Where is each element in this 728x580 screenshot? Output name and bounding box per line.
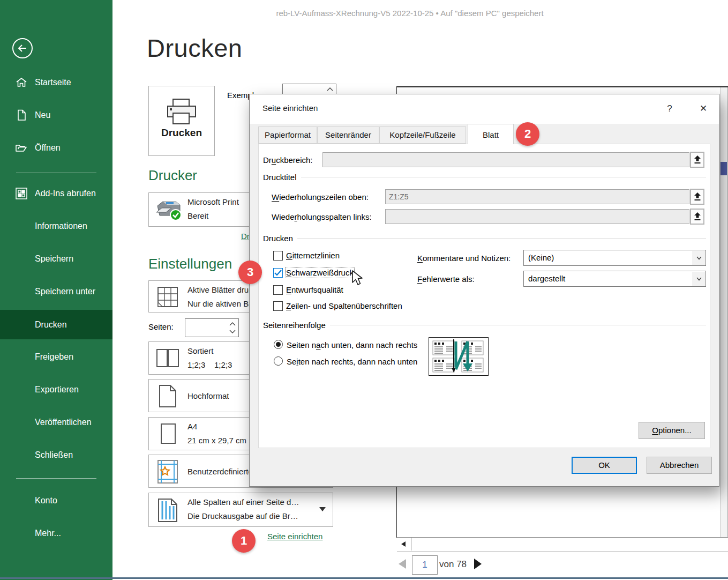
page-title: Drucken	[147, 33, 243, 63]
repeat-cols-field[interactable]	[385, 209, 689, 224]
sheet-grid-icon	[157, 287, 178, 307]
dialog-close-button[interactable]: ✕	[694, 100, 712, 118]
new-file-icon	[15, 109, 28, 122]
over-then-down-radio[interactable]	[274, 356, 283, 366]
down-then-over-radio[interactable]	[274, 340, 283, 349]
sidebar-item-label: Schließen	[35, 444, 73, 466]
preview-horizontal-scrollbar[interactable]	[397, 537, 728, 552]
sidebar-item-label: Freigeben	[35, 346, 73, 368]
a4-page-icon	[161, 423, 176, 444]
print-group: Drucken	[263, 234, 706, 243]
sidebar-item-label: Exportieren	[35, 379, 79, 400]
page-setup-dialog: Seite einrichten ? ✕ Papierformat Seiten…	[249, 94, 719, 487]
repeat-rows-field[interactable]: Z1:Z5	[385, 189, 689, 204]
repeat-cols-label: Wiederholungsspalten links:	[272, 212, 372, 221]
sidebar-item-exportieren[interactable]: Exportieren	[0, 379, 112, 400]
dialog-title: Seite einrichten	[262, 103, 318, 113]
black-and-white-checkbox-label[interactable]: Schwarzweißdruck	[286, 268, 354, 277]
tab-label: Papierformat	[265, 130, 311, 139]
repeat-rows-range-button[interactable]	[690, 189, 704, 205]
tab-kopfzeile-fusszeile[interactable]: Kopfzeile/Fußzeile	[379, 127, 466, 144]
collation-line2: 1;2;3 1;2;3	[187, 360, 232, 369]
cancel-button[interactable]: Abbrechen	[647, 457, 712, 474]
sidebar-item-veroeffentlichen[interactable]: Veröffentlichen	[0, 412, 112, 433]
combo-drop-button[interactable]	[693, 251, 705, 265]
settings-section-heading: Einstellungen	[148, 256, 232, 272]
options-button[interactable]: Optionen...	[639, 422, 705, 439]
sidebar-item-label: Konto	[35, 490, 57, 511]
comments-combobox[interactable]: (Keine)	[523, 250, 706, 266]
sidebar-item-informationen[interactable]: Informationen	[0, 215, 112, 237]
pager-previous-icon[interactable]	[398, 559, 407, 569]
tab-blatt[interactable]: Blatt	[468, 124, 514, 144]
sidebar-item-label: Öffnen	[35, 137, 61, 159]
chevron-up-icon	[229, 322, 236, 327]
print-button-label: Drucken	[149, 127, 214, 139]
dialog-help-button[interactable]: ?	[661, 100, 679, 118]
page-setup-link[interactable]: Seite einrichten	[267, 532, 322, 541]
scaling-selector[interactable]: Alle Spalten auf einer Seite d… Die Druc…	[148, 493, 333, 527]
preview-pane-border-top	[396, 86, 728, 87]
draft-quality-checkbox-label[interactable]: Entwurfsqualität	[286, 285, 343, 294]
page-order-preview-image	[429, 337, 489, 376]
collapse-dialog-icon	[694, 155, 701, 164]
print-area-field[interactable]	[322, 152, 689, 167]
sidebar-item-oeffnen[interactable]: Öffnen	[0, 137, 112, 159]
page-order-group: Seitenreihenfolge	[263, 321, 706, 330]
error-values-value: dargestellt	[528, 274, 565, 283]
sidebar-item-drucken[interactable]: Drucken	[0, 310, 112, 339]
print-button[interactable]: Drucken	[148, 86, 215, 156]
sidebar-divider	[16, 478, 96, 479]
print-titles-group: Drucktitel	[263, 173, 706, 182]
black-and-white-checkbox[interactable]	[273, 268, 283, 278]
scroll-left-button[interactable]	[397, 538, 411, 551]
sidebar-item-mehr[interactable]: Mehr...	[0, 523, 112, 544]
tab-papierformat[interactable]: Papierformat	[258, 127, 317, 144]
pages-from-spinner[interactable]	[185, 318, 239, 337]
sidebar-item-schliessen[interactable]: Schließen	[0, 444, 112, 466]
row-col-headings-checkbox[interactable]	[273, 301, 283, 311]
sidebar-item-neu[interactable]: Neu	[0, 105, 112, 126]
printer-status: Bereit	[187, 211, 208, 220]
scaling-line2: Die Druckausgabe auf die Br…	[187, 511, 298, 520]
over-then-down-radio-label[interactable]: Seiten nach rechts, dann nach unten	[287, 357, 417, 366]
sheet-tab-page: Druckbereich: Drucktitel Wiederholungsze…	[258, 144, 710, 448]
draft-quality-checkbox[interactable]	[273, 285, 283, 295]
tab-label: Kopfzeile/Fußzeile	[389, 130, 455, 139]
gridlines-checkbox-label[interactable]: Gitternetzlinien	[286, 251, 340, 260]
error-values-combobox[interactable]: dargestellt	[523, 271, 706, 287]
sidebar-item-speichern-unter[interactable]: Speichern unter	[0, 281, 112, 302]
gridlines-checkbox[interactable]	[273, 251, 283, 261]
paper-size-line2: 21 cm x 29,7 cm	[187, 436, 246, 445]
mouse-cursor-icon	[351, 270, 364, 286]
step-1-badge: 1	[232, 529, 256, 553]
ok-button[interactable]: OK	[572, 457, 637, 474]
row-col-headings-checkbox-label[interactable]: Zeilen- und Spaltenüberschriften	[286, 301, 402, 310]
arrow-left-icon	[16, 42, 29, 55]
orientation-label: Hochformat	[187, 380, 229, 412]
pager-next-icon[interactable]	[474, 559, 482, 569]
repeat-cols-range-button[interactable]	[690, 209, 704, 225]
collated-pages-icon	[156, 349, 179, 367]
custom-margins-icon	[157, 460, 178, 484]
sidebar-item-label: Veröffentlichen	[35, 412, 92, 433]
sidebar-item-label: Add-Ins abrufen	[35, 183, 96, 204]
pager-current-page-input[interactable]	[412, 555, 438, 575]
sidebar-item-addins[interactable]: Add-Ins abrufen	[0, 183, 112, 204]
print-area-range-button[interactable]	[690, 152, 704, 168]
fit-columns-icon	[158, 499, 177, 522]
tab-seitenraender[interactable]: Seitenränder	[317, 127, 379, 144]
down-then-over-radio-label[interactable]: Seiten nach unten, dann nach rechts	[287, 340, 417, 350]
sidebar-item-label: Mehr...	[35, 523, 61, 544]
comments-value: (Keine)	[528, 253, 554, 262]
combo-drop-button[interactable]	[693, 272, 705, 286]
sidebar-item-freigeben[interactable]: Freigeben	[0, 346, 112, 368]
printer-name: Microsoft Print	[187, 197, 239, 206]
paper-size-line1: A4	[187, 422, 197, 431]
sidebar-item-speichern[interactable]: Speichern	[0, 248, 112, 270]
sidebar-item-startseite[interactable]: Startseite	[0, 72, 112, 93]
back-button[interactable]	[12, 38, 33, 58]
sidebar-item-konto[interactable]: Konto	[0, 490, 112, 511]
preview-vertical-scrollbar-thumb[interactable]	[721, 162, 727, 175]
preview-vertical-scrollbar[interactable]	[720, 87, 728, 537]
